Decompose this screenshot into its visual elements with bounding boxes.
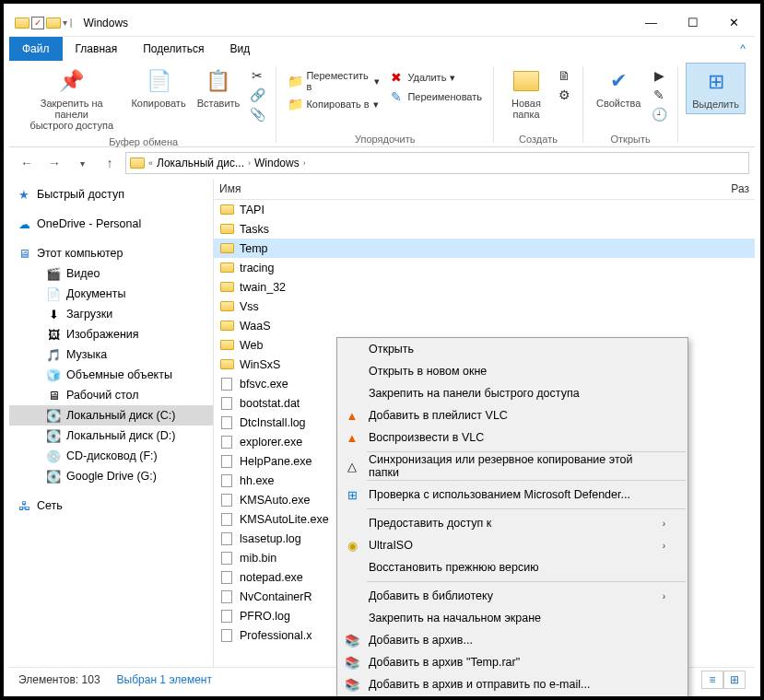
sidebar-item[interactable]: 🖼Изображения xyxy=(9,324,213,344)
menu-view[interactable]: Вид xyxy=(217,37,263,61)
file-row[interactable]: WaaS xyxy=(214,316,755,335)
ctx-vlc-add[interactable]: ▲Добавить в плейлист VLC xyxy=(337,404,688,426)
history-button[interactable]: 🕘 xyxy=(648,105,670,123)
column-size[interactable]: Раз xyxy=(731,182,749,195)
properties-button[interactable]: ✔ Свойства xyxy=(591,63,646,112)
menu-home[interactable]: Главная xyxy=(63,37,131,61)
address-bar[interactable]: « Локальный дис...› Windows› xyxy=(125,152,749,174)
drive-icon: 🖥 xyxy=(46,388,61,402)
column-name[interactable]: Имя xyxy=(219,182,404,195)
sidebar-item[interactable]: 💽Google Drive (G:) xyxy=(9,466,213,486)
delete-button[interactable]: ✖Удалить ▾ xyxy=(385,68,486,87)
minimize-button[interactable]: — xyxy=(630,9,672,37)
delete-icon: ✖ xyxy=(389,70,404,85)
checkbox-icon[interactable]: ✓ xyxy=(31,17,44,29)
ctx-pin-start[interactable]: Закрепить на начальном экране xyxy=(337,607,688,629)
edit-button[interactable]: ✎ xyxy=(648,86,670,104)
breadcrumb-item[interactable]: Локальный дис...› xyxy=(157,157,251,169)
ctx-add-archive[interactable]: 📚Добавить в архив... xyxy=(337,629,688,651)
folder-icon[interactable] xyxy=(46,18,61,29)
rename-button[interactable]: ✎Переименовать xyxy=(385,88,486,106)
close-button[interactable]: ✕ xyxy=(713,9,755,37)
ctx-add-archive-rar[interactable]: 📚Добавить в архив "Temp.rar" xyxy=(337,651,688,673)
copy-to-button[interactable]: 📁Копировать в ▾ xyxy=(284,95,383,113)
up-button[interactable]: ↑ xyxy=(98,151,122,175)
ctx-archive-email[interactable]: 📚Добавить в архив и отправить по e-mail.… xyxy=(337,673,688,695)
ctx-vlc-play[interactable]: ▲Воспроизвести в VLC xyxy=(337,426,688,449)
file-icon xyxy=(221,571,232,584)
select-button[interactable]: ⊞ Выделить xyxy=(686,63,746,114)
file-icon xyxy=(221,590,232,603)
back-button[interactable]: ← xyxy=(15,151,39,175)
menu-share[interactable]: Поделиться xyxy=(130,37,217,61)
ctx-add-library[interactable]: Добавить в библиотеку› xyxy=(337,585,688,607)
file-row[interactable]: TAPI xyxy=(214,200,755,219)
file-row[interactable]: twain_32 xyxy=(214,277,755,297)
file-icon xyxy=(221,532,232,545)
sidebar-item[interactable]: 💽Локальный диск (D:) xyxy=(9,426,213,446)
file-row[interactable]: Tasks xyxy=(214,219,755,239)
view-large-button[interactable]: ⊞ xyxy=(723,671,746,689)
path-icon: 🔗 xyxy=(250,88,264,102)
sidebar-item[interactable]: 🖥Рабочий стол xyxy=(9,385,213,405)
drive-icon: 📄 xyxy=(46,286,61,301)
winrar-icon: 📚 xyxy=(345,677,359,692)
sidebar-item[interactable]: 📄Документы xyxy=(9,284,213,304)
sidebar-onedrive[interactable]: ☁OneDrive - Personal xyxy=(9,214,213,234)
copy-button[interactable]: 📄 Копировать xyxy=(126,63,190,112)
edit-icon: ✎ xyxy=(652,88,666,102)
drive-icon: 💽 xyxy=(46,428,61,443)
sidebar-item[interactable]: 💿CD-дисковод (F:) xyxy=(9,446,213,466)
ctx-ultraiso[interactable]: ◉UltraISO› xyxy=(337,534,688,556)
select-icon: ⊞ xyxy=(701,67,731,97)
copy-path-button[interactable]: 🔗 xyxy=(246,86,268,104)
ctx-open[interactable]: Открыть xyxy=(337,338,688,360)
ribbon-group-organize: Упорядочить xyxy=(355,132,415,146)
sidebar-quick-access[interactable]: ★Быстрый доступ xyxy=(9,184,213,204)
qat-dropdown[interactable]: ▾ | xyxy=(63,18,72,28)
sidebar-item[interactable]: 🧊Объемные объекты xyxy=(9,365,213,385)
ctx-restore-previous[interactable]: Восстановить прежнюю версию xyxy=(337,556,688,578)
ctx-archive-rar-email[interactable]: 📚Добавить в архив "Temp.rar" и отправить… xyxy=(337,695,688,700)
sidebar-this-pc[interactable]: 🖥Этот компьютер xyxy=(9,243,213,263)
file-icon xyxy=(221,610,232,623)
ctx-defender-scan[interactable]: ⊞Проверка с использованием Microsoft Def… xyxy=(337,484,688,506)
sidebar-item[interactable]: 🎬Видео xyxy=(9,263,213,284)
ribbon-toggle[interactable]: ^ xyxy=(731,42,755,55)
file-icon xyxy=(221,397,232,410)
drive-icon: ⬇ xyxy=(46,307,61,321)
cut-button[interactable]: ✂ xyxy=(246,66,268,85)
recent-button[interactable]: ▾ xyxy=(70,151,94,175)
sidebar-item[interactable]: ⬇Загрузки xyxy=(9,304,213,324)
pin-button[interactable]: 📌 Закрепить на панели быстрого доступа xyxy=(18,63,124,134)
folder-icon xyxy=(220,321,234,331)
ctx-share-access[interactable]: Предоставить доступ к› xyxy=(337,512,688,534)
sidebar-network[interactable]: 🖧Сеть xyxy=(9,496,213,516)
ctx-pin-quick-access[interactable]: Закрепить на панели быстрого доступа xyxy=(337,382,688,404)
file-icon xyxy=(221,552,232,565)
new-item-button[interactable]: 🗎 xyxy=(553,66,575,85)
ctx-open-new-window[interactable]: Открыть в новом окне xyxy=(337,360,688,382)
paste-icon: 📋 xyxy=(204,66,233,96)
file-row[interactable]: Vss xyxy=(214,297,755,316)
menu-file[interactable]: Файл xyxy=(9,37,63,61)
ribbon-group-open: Открыть xyxy=(611,132,651,146)
ctx-sync-backup[interactable]: △Синхронизация или резервное копирование… xyxy=(337,455,688,477)
paste-shortcut-button[interactable]: 📎 xyxy=(246,105,268,123)
breadcrumb-item[interactable]: Windows› xyxy=(254,157,306,169)
open-button[interactable]: ▶ xyxy=(648,66,670,85)
file-row[interactable]: Temp xyxy=(214,239,755,258)
maximize-button[interactable]: ☐ xyxy=(672,9,713,37)
sidebar-item[interactable]: 💽Локальный диск (C:) xyxy=(9,405,213,426)
shield-icon: ⊞ xyxy=(345,487,359,502)
forward-button[interactable]: → xyxy=(42,151,66,175)
easy-access-button[interactable]: ⚙ xyxy=(553,86,575,104)
columns-header[interactable]: Имя Раз xyxy=(214,179,755,200)
pin-icon: 📌 xyxy=(57,66,87,96)
new-folder-button[interactable]: Новая папка xyxy=(501,63,551,123)
paste-button[interactable]: 📋 Вставить xyxy=(193,63,245,112)
move-to-button[interactable]: 📁Переместить в ▾ xyxy=(284,68,383,94)
file-row[interactable]: tracing xyxy=(214,258,755,277)
sidebar-item[interactable]: 🎵Музыка xyxy=(9,344,213,365)
view-details-button[interactable]: ≡ xyxy=(701,671,723,689)
